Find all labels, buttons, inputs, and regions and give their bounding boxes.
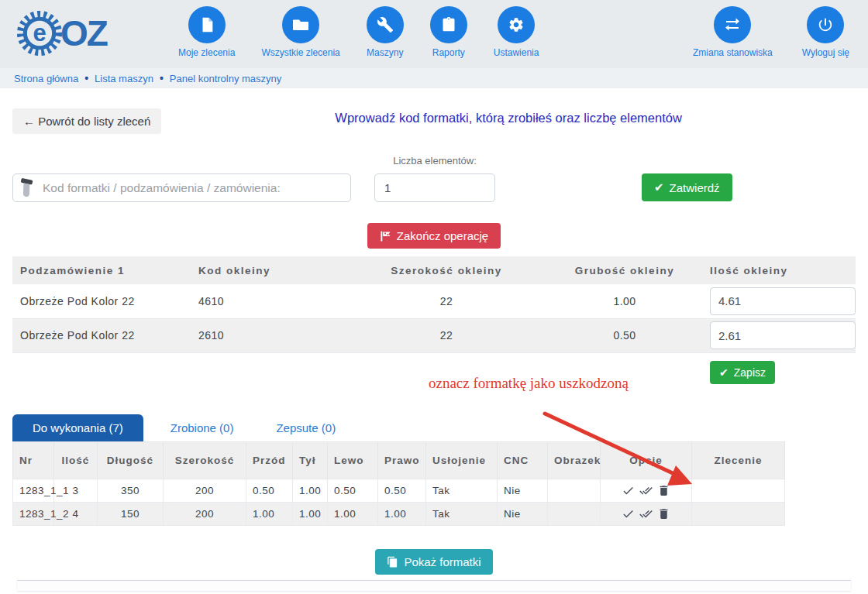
okleina-row: Obrzeże Pod Kolor 22 4610 22 1.00 xyxy=(12,284,856,318)
formatki-header-row: Nr Ilość Długość Szerokość Przód Tył Lew… xyxy=(13,441,785,479)
page-title: Wprowadź kod formatki, którą zrobiłeś or… xyxy=(161,108,856,125)
cell-dlugosc: 150 xyxy=(98,502,164,525)
nav-item-zmiana-stanowiska[interactable]: Zmiana stanowiska xyxy=(693,6,773,58)
breadcrumb-home[interactable]: Strona główna xyxy=(14,73,78,84)
checkered-flag-icon xyxy=(380,230,391,242)
logo-letter-e: e xyxy=(33,19,46,46)
col-uslojenie: Usłojenie xyxy=(426,441,498,479)
col-szerokosc: Szerokość xyxy=(164,441,246,479)
cell-przod: 0.50 xyxy=(246,479,293,502)
main-nav: Moje zlecenia Wszystkie zlecenia Maszyny… xyxy=(178,6,539,58)
nav-item-ustawienia[interactable]: Ustawienia xyxy=(494,6,539,58)
formatka-row: 1283_1_2 4 150 200 1.00 1.00 1.00 1.00 T… xyxy=(13,502,785,525)
col-obrazek: Obrazek xyxy=(548,441,601,479)
barcode-scanner-icon xyxy=(19,178,39,198)
breadcrumb-panel-kontrolny[interactable]: Panel kontrolny maszyny xyxy=(170,73,282,84)
cell-szerokosc: 200 xyxy=(164,479,246,502)
nav-label: Zmiana stanowiska xyxy=(693,47,773,58)
col-tyl: Tył xyxy=(293,441,328,479)
quantity-input[interactable] xyxy=(374,173,495,202)
cell-cnc: Nie xyxy=(498,502,548,525)
nav-item-wyloguj[interactable]: Wyloguj się xyxy=(802,6,849,58)
okleina-table: Podzamówienie 1 Kod okleiny Szerokość ok… xyxy=(12,256,856,353)
main-content: ← Powrót do listy zleceń Wprowadź kod fo… xyxy=(0,88,868,591)
cell-kod: 4610 xyxy=(191,284,346,318)
cell-prawo: 1.00 xyxy=(378,502,426,525)
confirm-button-label: Zatwierdź xyxy=(670,181,720,194)
cell-dlugosc: 350 xyxy=(98,479,164,502)
tab-do-wykonania[interactable]: Do wykonania (7) xyxy=(12,414,143,441)
check-icon: ✔ xyxy=(719,366,728,379)
col-kod-okleiny: Kod okleiny xyxy=(191,256,346,284)
nav-item-wszystkie-zlecenia[interactable]: Wszystkie zlecenia xyxy=(261,6,339,58)
quantity-label: Liczba elementów: xyxy=(374,155,495,167)
cell-grubosc: 0.50 xyxy=(547,318,702,352)
cell-szerokosc: 22 xyxy=(346,284,547,318)
cell-zlecenie xyxy=(692,502,785,525)
cell-cnc: Nie xyxy=(498,479,548,502)
check-done-icon[interactable] xyxy=(622,484,635,497)
cell-nr: 1283_1_2 xyxy=(13,502,54,525)
cell-podzamowienie: Obrzeże Pod Kolor 22 xyxy=(12,318,191,352)
cell-kod: 2610 xyxy=(191,318,346,352)
col-przod: Przód xyxy=(246,441,293,479)
show-formatki-button[interactable]: Pokaż formatki xyxy=(375,549,492,575)
col-dlugosc: Długość xyxy=(98,441,164,479)
cell-lewo: 1.00 xyxy=(328,502,378,525)
col-ilosc-okleiny: Ilość okleiny xyxy=(702,256,856,284)
cell-tyl: 1.00 xyxy=(293,479,328,502)
cell-opcje xyxy=(607,484,685,497)
cell-lewo: 0.50 xyxy=(328,479,378,502)
trash-icon[interactable] xyxy=(657,507,670,520)
cell-opcje xyxy=(607,507,685,520)
tab-zrobione[interactable]: Zrobione (0) xyxy=(155,414,250,441)
gear-icon xyxy=(498,6,535,43)
cell-prawo: 0.50 xyxy=(378,479,426,502)
formatki-table: Nr Ilość Długość Szerokość Przód Tył Lew… xyxy=(12,441,785,526)
col-nr: Nr xyxy=(13,441,54,479)
col-szerokosc-okleiny: Szerokość okleiny xyxy=(346,256,547,284)
copy-pages-icon xyxy=(387,555,398,568)
left-arrow-icon: ← xyxy=(23,115,35,128)
user-nav: Zmiana stanowiska Wyloguj się xyxy=(693,6,849,58)
finish-operation-button[interactable]: Zakończ operację xyxy=(367,223,501,249)
back-button-label: Powrót do listy zleceń xyxy=(38,115,150,128)
ilosc-okleiny-input[interactable] xyxy=(710,321,856,349)
trash-icon[interactable] xyxy=(657,484,670,497)
power-icon xyxy=(807,6,844,43)
nav-label: Raporty xyxy=(432,47,465,58)
cell-zlecenie xyxy=(692,479,785,502)
cell-tyl: 1.00 xyxy=(293,502,328,525)
back-to-orders-button[interactable]: ← Powrót do listy zleceń xyxy=(12,108,161,134)
app-logo[interactable]: e OZ xyxy=(16,6,167,60)
col-prawo: Prawo xyxy=(378,441,426,479)
nav-item-maszyny[interactable]: Maszyny xyxy=(367,6,404,58)
double-check-icon[interactable] xyxy=(639,507,653,520)
col-ilosc: Ilość xyxy=(54,441,98,479)
clipboard-icon xyxy=(430,6,467,43)
breadcrumb-separator: • xyxy=(160,72,164,84)
col-opcje: Opcje xyxy=(601,441,692,479)
folder-icon xyxy=(282,6,319,43)
footer-divider xyxy=(17,580,851,591)
formatka-row: 1283_1_1 3 350 200 0.50 1.00 0.50 0.50 T… xyxy=(13,479,785,502)
nav-item-raporty[interactable]: Raporty xyxy=(430,6,467,58)
confirm-button[interactable]: ✔ Zatwierdź xyxy=(642,173,732,201)
code-input[interactable] xyxy=(12,173,351,202)
nav-item-moje-zlecenia[interactable]: Moje zlecenia xyxy=(178,6,235,58)
col-podzamowienie: Podzamówienie 1 xyxy=(12,256,191,284)
cell-uslojenie: Tak xyxy=(426,502,498,525)
cell-nr: 1283_1_1 xyxy=(13,479,54,502)
double-check-icon[interactable] xyxy=(639,484,653,497)
finish-button-label: Zakończ operację xyxy=(397,229,488,242)
exchange-icon xyxy=(714,6,751,43)
ilosc-okleiny-input[interactable] xyxy=(710,287,856,315)
save-button[interactable]: ✔ Zapisz xyxy=(710,361,775,384)
breadcrumb-lista-maszyn[interactable]: Lista maszyn xyxy=(95,73,153,84)
damaged-annotation-text: oznacz formatkę jako uszkodzoną xyxy=(429,375,629,392)
save-button-label: Zapisz xyxy=(734,366,766,379)
check-done-icon[interactable] xyxy=(622,507,635,520)
col-zlecenie: Zlecenie xyxy=(692,441,785,479)
tab-zepsute[interactable]: Zepsute (0) xyxy=(260,414,351,441)
okleina-header-row: Podzamówienie 1 Kod okleiny Szerokość ok… xyxy=(12,256,856,284)
